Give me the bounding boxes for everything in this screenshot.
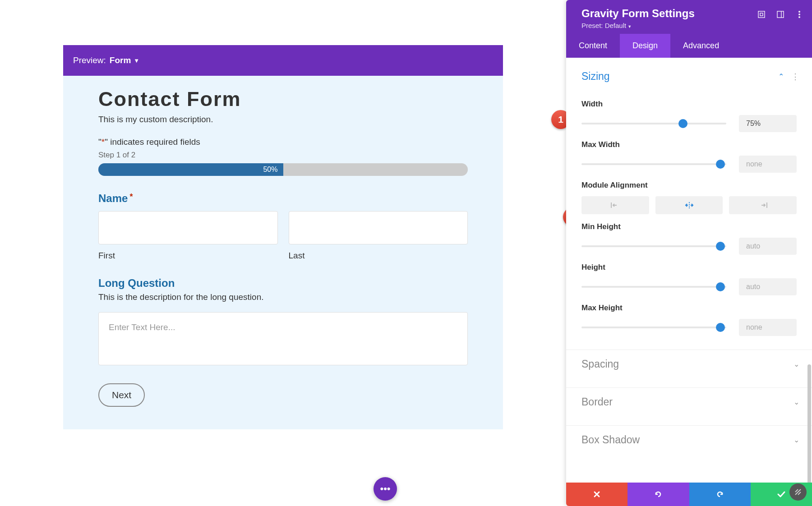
first-sublabel: First <box>98 251 278 261</box>
preview-label: Preview: <box>73 55 106 65</box>
svg-point-6 <box>798 16 800 18</box>
align-left-button[interactable] <box>581 196 649 214</box>
tab-advanced[interactable]: Advanced <box>670 34 732 58</box>
progress-fill: 50% <box>98 163 283 176</box>
expand-icon[interactable] <box>757 10 766 19</box>
last-name-field[interactable] <box>289 211 468 244</box>
required-note: "*" indicates required fields <box>98 137 468 147</box>
maxheight-slider[interactable] <box>581 327 726 328</box>
minheight-slider[interactable] <box>581 245 726 247</box>
undo-button[interactable] <box>627 483 689 506</box>
progress-bar: 50% <box>98 163 468 176</box>
slider-thumb[interactable] <box>716 160 725 169</box>
redo-button[interactable] <box>689 483 751 506</box>
more-icon[interactable] <box>795 10 804 19</box>
settings-panel: Gravity Form Settings Preset: Default▼ C… <box>566 0 812 506</box>
tab-content[interactable]: Content <box>566 34 620 58</box>
height-slider[interactable] <box>581 286 726 288</box>
maxheight-value[interactable]: none <box>739 319 797 336</box>
form-description: This is my custom description. <box>98 115 468 124</box>
section-border[interactable]: Border ⌄ <box>566 388 812 414</box>
tab-design[interactable]: Design <box>620 34 670 58</box>
long-question-textarea[interactable]: Enter Text Here... <box>98 312 468 365</box>
panel-tabs: Content Design Advanced <box>566 34 812 58</box>
form-body: Contact Form This is my custom descripti… <box>63 76 503 429</box>
maxwidth-value[interactable]: none <box>739 156 797 173</box>
chevron-down-icon: ⌄ <box>794 436 799 444</box>
name-inputs: First Last <box>98 211 468 261</box>
slider-thumb[interactable] <box>716 242 725 251</box>
svg-point-5 <box>798 14 800 15</box>
section-spacing[interactable]: Spacing ⌄ <box>566 350 812 377</box>
long-question-description: This is the description for the long que… <box>98 292 468 302</box>
panel-actions <box>566 483 812 506</box>
first-name-field[interactable] <box>98 211 278 244</box>
resize-handle[interactable] <box>789 483 807 501</box>
slider-thumb[interactable] <box>678 119 687 128</box>
height-label: Height <box>581 263 797 272</box>
last-sublabel: Last <box>289 251 468 261</box>
maxheight-label: Max Height <box>581 304 797 313</box>
preview-value: Form <box>110 55 131 65</box>
width-value[interactable]: 75% <box>739 115 797 132</box>
svg-rect-2 <box>777 11 784 18</box>
preview-area: Preview: Form ▼ Contact Form This is my … <box>0 0 566 506</box>
scrollbar[interactable] <box>807 364 811 483</box>
panel-header: Gravity Form Settings Preset: Default▼ <box>566 0 812 34</box>
more-options-fab[interactable]: ••• <box>374 477 397 501</box>
minheight-value[interactable]: auto <box>739 238 797 255</box>
form-title: Contact Form <box>98 87 468 111</box>
slider-thumb[interactable] <box>716 323 725 332</box>
step-indicator: Step 1 of 2 <box>98 151 468 160</box>
module-alignment-label: Module Alignment <box>581 181 797 190</box>
align-center-button[interactable] <box>655 196 723 214</box>
panel-preset[interactable]: Preset: Default▼ <box>581 22 802 29</box>
section-box-shadow[interactable]: Box Shadow ⌄ <box>566 426 812 452</box>
slider-thumb[interactable] <box>716 282 725 291</box>
height-value[interactable]: auto <box>739 278 797 295</box>
name-label: Name* <box>98 192 468 205</box>
chevron-up-icon: ⌃ <box>778 72 784 81</box>
next-button[interactable]: Next <box>98 383 145 407</box>
panel-layout-icon[interactable] <box>776 10 785 19</box>
maxwidth-slider[interactable] <box>581 163 726 165</box>
chevron-down-icon: ⌄ <box>794 398 799 406</box>
width-slider[interactable] <box>581 123 726 124</box>
preview-header[interactable]: Preview: Form ▼ <box>63 45 503 76</box>
align-right-button[interactable] <box>729 196 797 214</box>
minheight-label: Min Height <box>581 222 797 231</box>
chevron-down-icon: ⌄ <box>794 360 799 368</box>
more-icon[interactable]: ⋮ <box>791 72 799 82</box>
svg-rect-0 <box>758 11 765 18</box>
chevron-down-icon: ▼ <box>134 57 139 64</box>
maxwidth-label: Max Width <box>581 140 797 149</box>
cancel-button[interactable] <box>566 483 627 506</box>
section-sizing[interactable]: Sizing ⌃ ⋮ <box>566 62 812 89</box>
panel-scroll[interactable]: Sizing ⌃ ⋮ Width 75% Max Width none M <box>566 58 812 483</box>
chevron-down-icon: ▼ <box>627 24 632 29</box>
svg-point-4 <box>798 11 800 13</box>
long-question-label: Long Question <box>98 277 468 290</box>
svg-rect-1 <box>760 13 763 16</box>
width-label: Width <box>581 100 797 109</box>
